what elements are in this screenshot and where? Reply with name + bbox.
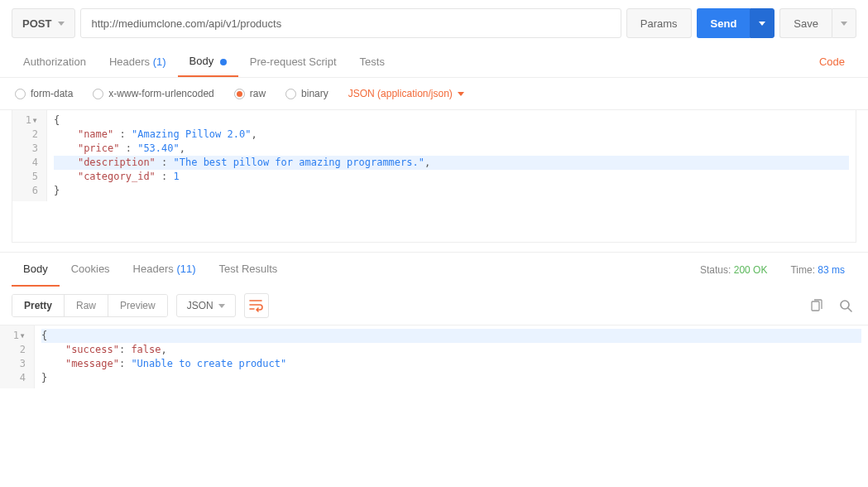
save-button[interactable]: Save [779, 8, 832, 38]
chevron-down-icon [458, 92, 464, 96]
tab-body[interactable]: Body [178, 46, 238, 77]
unsaved-dot-icon [220, 59, 227, 65]
resp-tab-body[interactable]: Body [12, 253, 60, 287]
radio-form-data[interactable]: form-data [15, 88, 73, 99]
response-format-select[interactable]: JSON [176, 294, 236, 317]
response-body-editor[interactable]: 1▾ 2 3 4 { "success": false, "message": … [0, 325, 868, 487]
radio-raw[interactable]: raw [234, 88, 266, 99]
http-method-select[interactable]: POST [12, 8, 75, 38]
copy-icon [809, 299, 822, 312]
status-info: Status: 200 OK [688, 254, 779, 286]
tab-tests[interactable]: Tests [348, 47, 396, 76]
view-mode-segment: Pretty Raw Preview [12, 294, 168, 317]
search-icon [839, 299, 853, 313]
radio-icon [285, 89, 296, 99]
code-link[interactable]: Code [808, 47, 856, 76]
body-type-row: form-data x-www-form-urlencoded raw bina… [0, 78, 868, 110]
time-value: 83 ms [818, 264, 845, 276]
view-pretty[interactable]: Pretty [12, 295, 64, 316]
radio-binary[interactable]: binary [285, 88, 328, 99]
search-button[interactable] [835, 295, 856, 316]
code-area[interactable]: { "name" : "Amazing Pillow 2.0", "price"… [47, 110, 856, 201]
tab-pre-request-script[interactable]: Pre-request Script [238, 47, 348, 76]
tab-headers[interactable]: Headers (1) [98, 47, 178, 76]
params-label: Params [640, 17, 678, 30]
headers-count: (1) [153, 55, 166, 68]
send-label: Send [711, 17, 737, 30]
chevron-down-icon [218, 304, 225, 308]
response-toolbar: Pretty Raw Preview JSON [0, 287, 868, 325]
resp-tab-headers[interactable]: Headers (11) [122, 253, 208, 287]
code-area[interactable]: { "success": false, "message": "Unable t… [35, 325, 868, 388]
http-method-label: POST [22, 17, 51, 30]
line-gutter: 1▾ 2 3 4 5 6 [12, 110, 47, 201]
params-button[interactable]: Params [626, 8, 692, 38]
response-header: Body Cookies Headers (11) Test Results S… [0, 253, 868, 287]
send-button-group: Send [697, 8, 775, 38]
response-tabs: Body Cookies Headers (11) Test Results [12, 253, 289, 287]
view-preview[interactable]: Preview [108, 295, 167, 316]
status-value: 200 OK [734, 264, 768, 276]
copy-button[interactable] [805, 295, 827, 316]
request-toolbar: POST Params Send Save [0, 0, 868, 46]
svg-rect-0 [812, 301, 819, 311]
radio-icon [93, 89, 103, 99]
request-tabs: Authorization Headers (1) Body Pre-reque… [0, 46, 868, 78]
wrap-lines-button[interactable] [244, 293, 269, 318]
chevron-down-icon [58, 22, 65, 26]
view-raw[interactable]: Raw [64, 295, 108, 316]
radio-icon [15, 89, 26, 99]
save-button-group: Save [779, 8, 856, 38]
wrap-icon [249, 299, 264, 312]
chevron-down-icon [759, 22, 765, 26]
save-label: Save [794, 17, 818, 30]
content-type-select[interactable]: JSON (application/json) [348, 88, 464, 99]
request-body-editor[interactable]: 1▾ 2 3 4 5 6 { "name" : "Amazing Pillow … [12, 110, 856, 243]
resp-tab-cookies[interactable]: Cookies [60, 253, 122, 287]
chevron-down-icon [841, 22, 847, 26]
radio-urlencoded[interactable]: x-www-form-urlencoded [93, 88, 213, 99]
radio-checked-icon [234, 89, 245, 99]
time-info: Time: 83 ms [779, 254, 856, 286]
resp-tab-test-results[interactable]: Test Results [208, 253, 290, 287]
send-button[interactable]: Send [697, 8, 751, 38]
send-dropdown[interactable] [750, 8, 774, 38]
url-input[interactable] [80, 8, 621, 38]
tab-authorization[interactable]: Authorization [12, 47, 98, 76]
save-dropdown[interactable] [832, 8, 856, 38]
headers-count: (11) [176, 263, 195, 275]
line-gutter: 1▾ 2 3 4 [0, 325, 35, 388]
